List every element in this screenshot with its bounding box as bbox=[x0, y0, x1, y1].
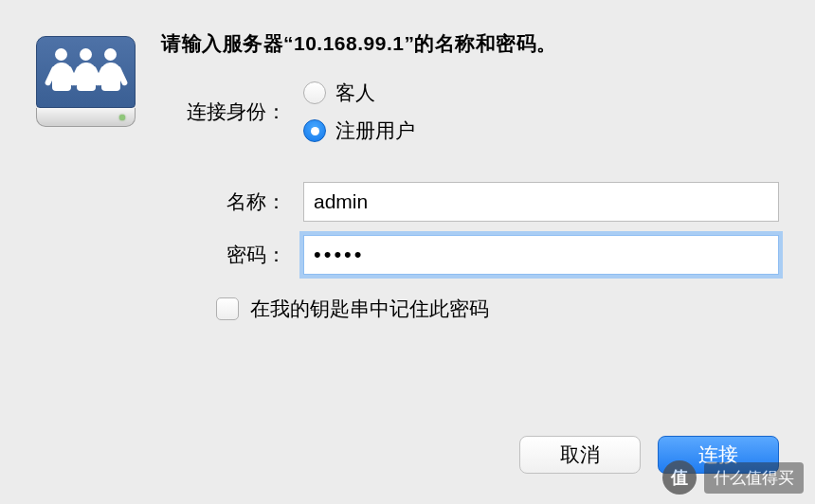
connect-as-radio-group: 客人 注册用户 bbox=[303, 80, 779, 144]
watermark-badge: 值 bbox=[662, 460, 697, 495]
password-row: 密码： bbox=[161, 235, 779, 275]
radio-guest[interactable]: 客人 bbox=[303, 80, 779, 106]
network-drive-icon bbox=[36, 36, 136, 127]
remember-password-label: 在我的钥匙串中记住此密码 bbox=[250, 296, 489, 322]
radio-registered-label: 注册用户 bbox=[335, 117, 415, 144]
cancel-button[interactable]: 取消 bbox=[519, 436, 641, 474]
drive-icon-base bbox=[36, 108, 136, 127]
connect-as-label: 连接身份： bbox=[161, 99, 303, 125]
connect-as-row: 连接身份： 客人 注册用户 bbox=[161, 80, 779, 144]
title-suffix: ”的名称和密码。 bbox=[404, 32, 557, 54]
password-field-wrap bbox=[303, 235, 779, 275]
password-label: 密码： bbox=[161, 242, 303, 268]
dialog-content: 请输入服务器“10.168.99.1”的名称和密码。 连接身份： 客人 注册用户 bbox=[0, 0, 815, 322]
person-icon bbox=[75, 48, 98, 96]
name-input[interactable] bbox=[303, 182, 779, 222]
form-column: 请输入服务器“10.168.99.1”的名称和密码。 连接身份： 客人 注册用户 bbox=[161, 30, 779, 322]
password-input[interactable] bbox=[303, 235, 779, 275]
cancel-button-label: 取消 bbox=[560, 441, 600, 468]
remember-password-row[interactable]: 在我的钥匙串中记住此密码 bbox=[216, 296, 779, 322]
auth-dialog: 请输入服务器“10.168.99.1”的名称和密码。 连接身份： 客人 注册用户 bbox=[0, 0, 815, 504]
title-prefix: 请输入服务器“ bbox=[161, 32, 294, 54]
dialog-title: 请输入服务器“10.168.99.1”的名称和密码。 bbox=[161, 30, 779, 57]
radio-guest-label: 客人 bbox=[335, 80, 375, 106]
name-row: 名称： bbox=[161, 182, 779, 222]
icon-column bbox=[36, 30, 161, 322]
person-icon bbox=[100, 48, 122, 96]
person-icon bbox=[50, 48, 73, 96]
watermark: 值 什么值得买 bbox=[662, 460, 804, 495]
radio-icon bbox=[303, 81, 326, 104]
watermark-text: 什么值得买 bbox=[704, 462, 804, 494]
radio-registered-user[interactable]: 注册用户 bbox=[303, 117, 779, 144]
drive-icon-top bbox=[36, 36, 136, 108]
radio-icon bbox=[303, 119, 326, 142]
drive-led-icon bbox=[119, 115, 125, 120]
name-field-wrap bbox=[303, 182, 779, 222]
name-label: 名称： bbox=[161, 189, 303, 215]
server-ip: 10.168.99.1 bbox=[294, 32, 404, 54]
checkbox-icon[interactable] bbox=[216, 297, 239, 320]
